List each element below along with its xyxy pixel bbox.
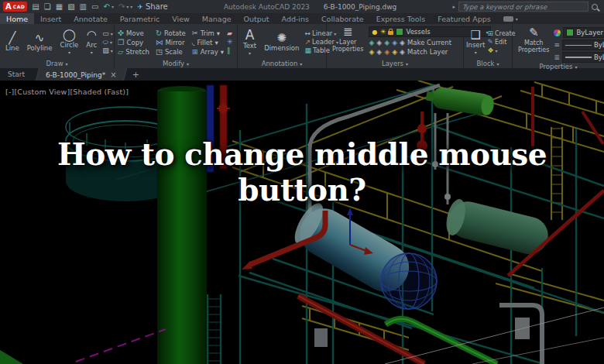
open-file-icon[interactable]: ❏ [44,3,51,11]
tab-manage[interactable]: Manage [196,13,238,24]
modify-panel-title: Modify [163,60,184,67]
ribbon-display-toggle[interactable]: ▾ [497,13,524,24]
make-current-icon[interactable]: ◈ [400,39,405,46]
circle-dropdown-icon[interactable]: ▾ [68,50,70,55]
make-current-button[interactable]: Make Current [407,39,451,46]
insert-button[interactable]: ❑ Insert ▾ [465,29,486,56]
create-block-button[interactable]: ⊞Create [487,30,515,37]
tab-collaborate[interactable]: Collaborate [315,13,370,24]
lineweight-dropdown[interactable]: ByLayer [562,52,604,63]
hatch-button[interactable]: ▨▾ [102,47,113,54]
ellipse-button[interactable]: ○▾ [102,39,113,46]
start-tab[interactable]: Start [0,68,33,81]
tab-home[interactable]: Home [0,13,34,24]
tab-express-tools[interactable]: Express Tools [370,13,432,24]
object-color-dropdown[interactable]: ByLayer [563,27,604,38]
explode-button[interactable]: ✳ [227,39,233,46]
layer-properties-button[interactable]: ≣ Layer Properties [330,26,365,53]
move-button[interactable]: ✜Move [118,29,149,37]
tab-view[interactable]: View [166,13,196,24]
annotation-panel-label[interactable]: Annotation ▾ [238,59,326,68]
layers-panel-label[interactable]: Layers ▾ [327,59,463,68]
undo-dropdown-icon[interactable]: ▾ [112,4,114,9]
tab-insert[interactable]: Insert [34,13,67,24]
block-panel-label[interactable]: Block ▾ [464,59,512,68]
rectangle-button[interactable]: ▭▾ [102,30,113,37]
tab-annotate[interactable]: Annotate [67,13,113,24]
layer-unisolate-icon[interactable]: ◈ [376,39,382,46]
properties-panel-expander-icon: ▾ [575,64,577,70]
panel-block: ❑ Insert ▾ ⊞Create ✎Edit ❖▾ Block ▾ [464,24,513,68]
match-layer-icon[interactable]: ◈ [400,49,405,56]
overlay-title-line2: button? [0,172,604,208]
modify-panel-label[interactable]: Modify ▾ [115,59,237,68]
fillet-button[interactable]: ◟Fillet▾ [192,39,224,46]
tab-add-ins[interactable]: Add-ins [276,13,315,24]
scale-button[interactable]: ◳Scale [156,48,186,56]
save-icon[interactable]: ▦ [56,3,63,11]
document-tab[interactable]: 6-B-1000_Piping* × [36,68,127,81]
properties-panel-label[interactable]: Properties ▾ [513,63,604,70]
tab-output[interactable]: Output [238,13,276,24]
dimension-label: Dimension [264,45,299,53]
undo-icon[interactable]: ↶ [104,3,110,11]
offset-button[interactable]: ∥ [227,47,233,54]
redo-dropdown-icon[interactable]: ▾ [126,4,129,9]
array-button[interactable]: ⊞Array▾ [192,48,224,56]
circle-button[interactable]: ◯ Circle ▾ [57,29,81,56]
ribbon-toggle-chevron-icon: ▾ [516,16,518,22]
print-icon[interactable]: ▭ [91,3,98,11]
line-icon: ╱ [9,33,15,44]
redo-icon[interactable]: ↷ [118,3,125,11]
edit-block-button[interactable]: ✎Edit [487,39,515,46]
stretch-button[interactable]: ▱Stretch [118,48,149,56]
qat-customize-icon[interactable]: ▾ [130,4,132,9]
search-input[interactable] [458,2,589,12]
tab-parametric[interactable]: Parametric [114,13,166,24]
layer-freeze-icon[interactable]: ◈ [384,39,390,46]
line-button[interactable]: ╱ Line [3,33,22,53]
layer-isolate-icon[interactable]: ◈ [369,39,374,46]
drawing-viewport[interactable]: [-][Custom View][Shaded (Fast)] How to c… [0,81,604,364]
polyline-button[interactable]: ∿ Polyline [25,33,55,53]
match-properties-label: Match Properties [518,39,549,53]
new-file-icon[interactable]: ▤ [32,3,39,11]
logo-cad: CAD [13,4,26,9]
block-attributes-button[interactable]: ❖▾ [487,47,515,54]
layer-off-icon[interactable]: ◈ [369,49,374,56]
trim-button[interactable]: ✂Trim▾ [192,29,224,37]
search-collapse-icon[interactable]: ▸ [452,4,455,10]
layer-walk-icon[interactable]: ◈ [392,49,397,56]
arc-dropdown-icon[interactable]: ▾ [91,50,93,55]
dimension-button[interactable]: ✺ Dimension [262,33,301,53]
tab-featured-apps[interactable]: Featured Apps [431,13,496,24]
text-label: Text [243,43,256,50]
save-as-icon[interactable]: ▧ [67,3,74,11]
rotate-button[interactable]: ↻Rotate [156,29,186,37]
close-tab-icon[interactable]: × [110,70,116,79]
color-swatch [566,29,574,36]
match-layer-button[interactable]: Match Layer [407,48,448,56]
new-tab-button[interactable]: + [125,68,146,81]
layers-panel-title: Layers [382,60,403,67]
layer-thaw-all-icon[interactable]: ◈ [376,49,382,56]
search-icon[interactable] [592,4,598,10]
autocad-logo[interactable]: A CAD [3,2,27,12]
draw-panel-label[interactable]: Draw ▾ [0,59,114,68]
viewport-controls[interactable]: [-][Custom View][Shaded (Fast)] [5,88,129,96]
hatch-dropdown-icon: ▾ [111,49,113,53]
mirror-button[interactable]: ⋈Mirror [156,39,186,46]
text-button[interactable]: A Text ▾ [241,29,259,57]
layer-lock-icon[interactable]: ◈ [392,39,397,46]
copy-button[interactable]: ❐Copy [118,39,149,46]
share-button[interactable]: ✈ Share [137,2,167,11]
layer-unlock-all-icon[interactable]: ◈ [384,49,390,56]
linetype-dropdown[interactable]: ByLayer [562,39,604,50]
erase-button[interactable]: ▰ [227,30,233,37]
export-icon[interactable]: ▥ [80,3,87,11]
share-label: Share [146,2,168,11]
arc-button[interactable]: ◠ Arc ▾ [84,29,99,56]
copy-label: Copy [127,39,144,46]
linear-icon: ↔ [304,30,311,37]
match-properties-button[interactable]: ✎ Match Properties [516,27,551,53]
